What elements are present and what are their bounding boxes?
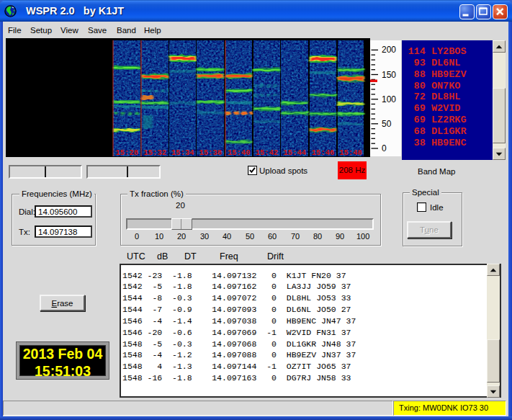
svg-text:0: 0 (382, 143, 387, 153)
svg-text:15:44: 15:44 (283, 148, 306, 157)
svg-text:15:48: 15:48 (339, 148, 362, 157)
svg-text:15:42: 15:42 (256, 148, 279, 157)
svg-text:100: 100 (382, 94, 396, 104)
svg-text:50: 50 (382, 119, 392, 129)
svg-text:15:40: 15:40 (228, 148, 251, 157)
svg-text:15:34: 15:34 (171, 148, 194, 157)
svg-text:15:32: 15:32 (143, 148, 166, 157)
svg-text:15:46: 15:46 (312, 148, 335, 157)
svg-text:200: 200 (382, 45, 396, 55)
svg-text:150: 150 (382, 70, 396, 80)
svg-text:15:28: 15:28 (115, 148, 138, 157)
svg-text:15:38: 15:38 (199, 148, 222, 157)
